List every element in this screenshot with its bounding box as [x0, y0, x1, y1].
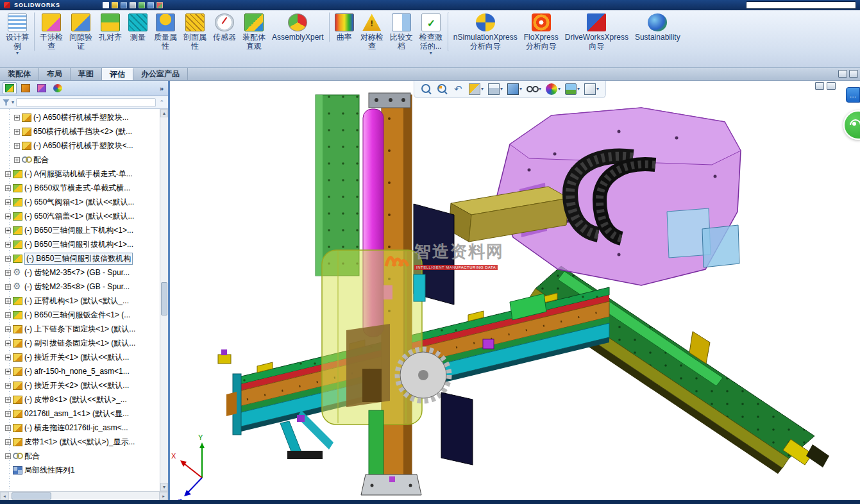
heads-up-button[interactable]: ▾: [527, 83, 541, 95]
expand-toggle[interactable]: [5, 171, 11, 177]
expand-toggle[interactable]: [5, 199, 11, 205]
expand-toggle[interactable]: [5, 242, 11, 248]
ribbon-button[interactable]: 孔对齐 ▾: [96, 12, 125, 42]
tree-item[interactable]: (-) A伺服驱动机械手横走式-单...: [1, 167, 160, 181]
ribbon-button[interactable]: 传感器 ▾: [210, 12, 239, 42]
scroll-left-icon[interactable]: ◂: [0, 492, 9, 500]
heads-up-button[interactable]: ▾: [453, 83, 464, 95]
expand-toggle[interactable]: [5, 270, 11, 276]
standard-toolbar-icon[interactable]: [148, 2, 154, 8]
tree-item[interactable]: (-) 横走拖连02176tl-jc_asm<...: [1, 421, 160, 435]
tree-item[interactable]: (-) 副引拔链条固定块<1> (默认...: [1, 336, 160, 350]
manager-tab[interactable]: [3, 82, 17, 94]
tree-item[interactable]: (-) B650三轴伺服引拔倍数机构: [1, 251, 160, 265]
tree-item[interactable]: (-) 皮带8<1> (默认<<默认>_...: [1, 392, 160, 407]
command-tab[interactable]: 评估: [102, 68, 133, 80]
tree-item[interactable]: (-) 齿轮M2-35<8> (GB - Spur...: [1, 280, 160, 294]
tree-item[interactable]: (-) B650双节横走式-单截式横...: [1, 181, 160, 195]
manager-tab[interactable]: [19, 82, 33, 94]
tree-item[interactable]: 650横行机械手挡块<2> (默...: [1, 124, 160, 139]
expand-toggle[interactable]: [5, 298, 11, 304]
ribbon-button[interactable]: 设计算 例 ▾: [3, 12, 32, 56]
heads-up-button[interactable]: ▾: [469, 83, 484, 95]
tree-item[interactable]: (-) B650三轴伺服引拔机构<1>...: [1, 237, 160, 251]
model-navy-post[interactable]: [441, 392, 473, 465]
pane-restore-icon[interactable]: [849, 70, 858, 78]
expand-toggle[interactable]: [14, 157, 20, 163]
ribbon-button[interactable]: 剖面属 性 ▾: [180, 12, 210, 51]
ribbon-button[interactable]: 装配体 直观 ▾: [239, 12, 269, 51]
heads-up-button[interactable]: ▾: [437, 83, 448, 95]
expand-toggle[interactable]: [5, 185, 11, 191]
model-purple-block[interactable]: [483, 339, 494, 349]
expand-toggle[interactable]: [5, 284, 11, 290]
tree-item[interactable]: 皮带1<1> (默认<<默认>)_显示...: [1, 435, 160, 449]
expand-toggle[interactable]: [5, 369, 11, 374]
manager-tab[interactable]: [51, 82, 65, 94]
expand-toggle[interactable]: [5, 214, 11, 219]
expand-toggle[interactable]: [5, 256, 11, 262]
tree-item[interactable]: (-) B650三轴伺服上下机构<1>...: [1, 223, 160, 237]
tree-item[interactable]: (-) afr-150-h_none_5_asm<1...: [1, 364, 160, 378]
tree-item[interactable]: 局部线性阵列1: [1, 463, 160, 477]
heads-up-button[interactable]: ▾: [584, 83, 599, 95]
expand-toggle[interactable]: [5, 312, 11, 318]
model-purple-block[interactable]: [297, 415, 305, 422]
command-tab[interactable]: 装配体: [0, 68, 39, 80]
expand-toggle[interactable]: [5, 397, 11, 403]
cad-model[interactable]: Y X Z: [170, 81, 860, 500]
filter-caret-icon[interactable]: ▾: [12, 99, 14, 105]
expand-toggle[interactable]: [14, 129, 20, 135]
chat-widget-button[interactable]: …: [846, 87, 860, 103]
tree-item[interactable]: (-) 接近开关<2> (默认<<默认...: [1, 378, 160, 392]
expand-toggle[interactable]: [5, 439, 11, 445]
tree-horizontal-scrollbar[interactable]: ◂ ▸: [0, 491, 168, 500]
tree-item[interactable]: (-) 650气阀箱<1> (默认<<默认...: [1, 195, 160, 209]
ribbon-button[interactable]: nSimulationXpress 分析向导 ▾: [448, 12, 521, 51]
collapse-all-icon[interactable]: ⌃: [158, 99, 165, 106]
command-tab[interactable]: 布局: [39, 68, 71, 80]
heads-up-button[interactable]: ▾: [565, 83, 580, 95]
expand-toggle[interactable]: [5, 228, 11, 233]
tree-item[interactable]: (-) 上下链条下固定块<1> (默认...: [1, 322, 160, 336]
command-tab[interactable]: 草图: [71, 68, 102, 80]
expand-toggle[interactable]: [14, 143, 20, 149]
standard-toolbar-icon[interactable]: [121, 2, 127, 8]
heads-up-button[interactable]: ▾: [546, 83, 561, 95]
expand-toggle[interactable]: [5, 453, 11, 459]
ribbon-button[interactable]: 测量 ▾: [125, 12, 151, 42]
manager-overflow-chevron[interactable]: »: [158, 85, 165, 92]
tree-item[interactable]: (-) A650横行机械手塑胶块...: [1, 110, 160, 124]
command-tab[interactable]: 办公室产品: [133, 68, 188, 80]
pane-layout-icon[interactable]: [838, 70, 847, 78]
tree-item[interactable]: (-) A650横行机械手塑胶块<...: [1, 139, 160, 153]
ribbon-button[interactable]: DriveWorksXpress 向导 ▾: [562, 12, 632, 51]
ribbon-button[interactable]: 检查激 活的... ▾: [416, 12, 446, 56]
ribbon-button[interactable]: Sustainability ▾: [632, 12, 684, 42]
tree-item[interactable]: (-) 齿轮M2-35<7> (GB - Spur...: [1, 265, 160, 280]
split-pane-icon[interactable]: [815, 82, 824, 90]
expand-toggle[interactable]: [5, 425, 11, 431]
standard-toolbar-icon[interactable]: [130, 2, 136, 8]
tree-item[interactable]: (-) B650三轴伺服钣金件<1> (...: [1, 308, 160, 322]
expand-toggle[interactable]: [5, 383, 11, 389]
expand-toggle[interactable]: [5, 326, 11, 332]
tree-item[interactable]: 配合: [1, 449, 160, 463]
graphics-viewport[interactable]: Y X Z ▾ ▾: [170, 81, 860, 500]
scroll-up-icon[interactable]: ▲: [160, 109, 168, 117]
manager-tab[interactable]: [35, 82, 49, 94]
ribbon-button[interactable]: AssemblyXpert ▾: [269, 12, 327, 42]
ribbon-button[interactable]: 质量属 性 ▾: [151, 12, 180, 51]
expand-toggle[interactable]: [14, 115, 20, 121]
standard-toolbar-icon[interactable]: [112, 2, 118, 8]
tree-item[interactable]: (-) 650汽箱盖<1> (默认<<默认...: [1, 209, 160, 223]
heads-up-button[interactable]: ▾: [488, 83, 503, 95]
ribbon-button[interactable]: FloXpress 分析向导 ▾: [521, 12, 562, 51]
ribbon-button[interactable]: 对称检 查 ▾: [357, 12, 387, 51]
full-pane-icon[interactable]: [827, 82, 836, 90]
expand-toggle[interactable]: [5, 355, 11, 360]
tree-vertical-scrollbar[interactable]: ▲ ▼: [160, 109, 168, 491]
ribbon-button[interactable]: 间隙验 证 ▾: [66, 12, 96, 51]
search-input[interactable]: [746, 1, 856, 9]
ribbon-button[interactable]: 干涉检 查 ▾: [34, 12, 66, 51]
